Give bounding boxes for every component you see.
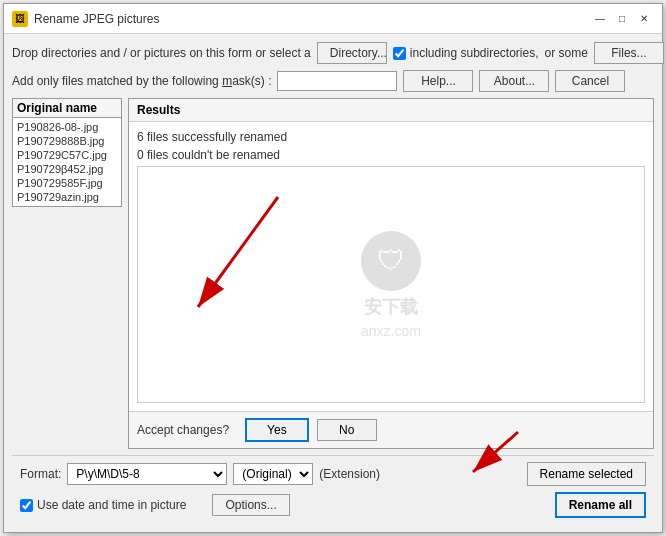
original-select[interactable]: (Original) xyxy=(233,463,313,485)
results-line1: 6 files successfully renamed xyxy=(137,130,645,144)
title-controls: — □ ✕ xyxy=(590,10,654,28)
rename-selected-button[interactable]: Rename selected xyxy=(527,462,646,486)
about-button[interactable]: About... xyxy=(479,70,549,92)
including-checkbox-row: including subdirectories, xyxy=(393,46,539,60)
list-item[interactable]: P190729585F.jpg xyxy=(15,176,119,190)
including-checkbox[interactable] xyxy=(393,47,406,60)
format-row: Format: P\y\M\D\5-8 (Original) (Extensio… xyxy=(20,462,646,486)
bottom-section: Format: P\y\M\D\5-8 (Original) (Extensio… xyxy=(12,455,654,524)
content-area: Drop directories and / or pictures on th… xyxy=(4,34,662,532)
bottom-arrow-wrapper: Format: P\y\M\D\5-8 (Original) (Extensio… xyxy=(20,462,646,486)
left-panel-container: Original name P190826-08-.jpg P190729888… xyxy=(12,98,122,449)
red-arrow-1 xyxy=(178,187,298,327)
left-panel-header: Original name xyxy=(12,98,122,117)
rename-all-button[interactable]: Rename all xyxy=(555,492,646,518)
main-window: 🖼 Rename JPEG pictures — □ ✕ Drop direct… xyxy=(3,3,663,533)
help-button[interactable]: Help... xyxy=(403,70,473,92)
watermark: 🛡 安下载 anxz.com xyxy=(361,231,421,339)
list-item[interactable]: P190729888B.jpg xyxy=(15,134,119,148)
options-button[interactable]: Options... xyxy=(212,494,289,516)
watermark-text2: anxz.com xyxy=(361,323,421,339)
accept-row: Accept changes? Yes No xyxy=(129,411,653,448)
mask-label: Add only files matched by the following … xyxy=(12,74,271,88)
list-item[interactable]: P190729C57C.jpg xyxy=(15,148,119,162)
list-item[interactable]: P190729azin.jpg xyxy=(15,190,119,204)
right-panel: Results 6 files successfully renamed 0 f… xyxy=(128,98,654,449)
results-body: 6 files successfully renamed 0 files cou… xyxy=(129,122,653,411)
left-panel: P190826-08-.jpg P190729888B.jpg P190729C… xyxy=(12,117,122,207)
including-label: including subdirectories, xyxy=(410,46,539,60)
main-area: Original name P190826-08-.jpg P190729888… xyxy=(12,98,654,449)
title-bar-left: 🖼 Rename JPEG pictures xyxy=(12,11,159,27)
format-label: Format: xyxy=(20,467,61,481)
svg-line-3 xyxy=(473,432,518,472)
cancel-button[interactable]: Cancel xyxy=(555,70,625,92)
toolbar-row1: Drop directories and / or pictures on th… xyxy=(12,42,654,64)
close-button[interactable]: ✕ xyxy=(634,10,654,28)
mask-input[interactable]: *.jpg|*.jpeg xyxy=(277,71,397,91)
watermark-icon: 🛡 xyxy=(361,231,421,291)
app-icon: 🖼 xyxy=(12,11,28,27)
results-line2: 0 files couldn't be renamed xyxy=(137,148,645,162)
watermark-text1: 安下载 xyxy=(364,295,418,319)
no-button[interactable]: No xyxy=(317,419,377,441)
accept-label: Accept changes? xyxy=(137,423,229,437)
list-item[interactable]: P190729β452.jpg xyxy=(15,162,119,176)
results-header: Results xyxy=(129,99,653,122)
minimize-button[interactable]: — xyxy=(590,10,610,28)
window-title: Rename JPEG pictures xyxy=(34,12,159,26)
extension-label: (Extension) xyxy=(319,467,380,481)
format-select[interactable]: P\y\M\D\5-8 xyxy=(67,463,227,485)
drop-label: Drop directories and / or pictures on th… xyxy=(12,46,311,60)
use-date-checkbox-row: Use date and time in picture xyxy=(20,498,186,512)
use-date-checkbox[interactable] xyxy=(20,499,33,512)
red-arrow-2 xyxy=(458,427,538,477)
svg-line-1 xyxy=(198,197,278,307)
yes-button[interactable]: Yes xyxy=(245,418,309,442)
use-date-label: Use date and time in picture xyxy=(37,498,186,512)
directory-button[interactable]: Directory... xyxy=(317,42,387,64)
files-button[interactable]: Files... xyxy=(594,42,664,64)
title-bar: 🖼 Rename JPEG pictures — □ ✕ xyxy=(4,4,662,34)
maximize-button[interactable]: □ xyxy=(612,10,632,28)
preview-area: 🛡 安下载 anxz.com xyxy=(137,166,645,403)
options-row: Use date and time in picture Options... … xyxy=(20,492,646,518)
or-some-label: or some xyxy=(545,46,588,60)
toolbar-row2: Add only files matched by the following … xyxy=(12,70,654,92)
list-item[interactable]: P190826-08-.jpg xyxy=(15,120,119,134)
